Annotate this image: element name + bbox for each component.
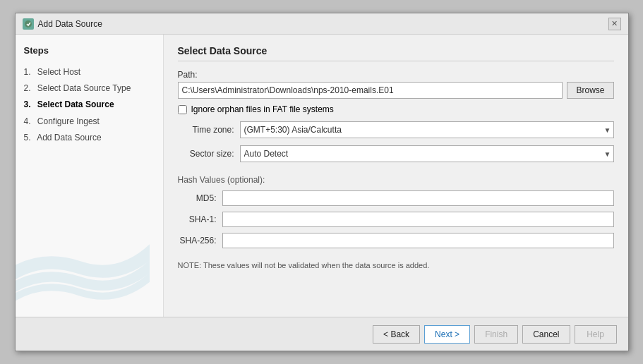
path-input[interactable] [178,82,563,99]
ignore-orphan-checkbox[interactable] [178,105,187,114]
step-2: 2. Select Data Source Type [24,80,155,97]
svg-point-0 [25,20,32,28]
md5-input[interactable] [222,190,614,206]
title-bar-left: Add Data Source [23,18,102,30]
main-content: Select Data Source Path: Browse Ignore o… [164,35,628,317]
sha1-input[interactable] [222,212,614,227]
sector-row: Sector size: Auto Detect ▼ [178,145,614,162]
step-3: 3. Select Data Source [24,97,155,113]
sha256-label: SHA-256: [178,236,217,245]
close-button[interactable]: ✕ [608,18,621,30]
finish-button[interactable]: Finish [474,325,518,344]
path-row: Browse [178,82,614,99]
sidebar: Steps 1. Select Host 2. Select Data Sour… [16,35,164,317]
sector-select[interactable]: Auto Detect [240,145,614,162]
md5-row: MD5: [178,190,614,206]
dialog: Add Data Source ✕ Steps 1. Select Host 2… [15,13,629,351]
sector-label: Sector size: [178,149,234,159]
back-button[interactable]: < Back [373,325,420,344]
timezone-label: Time zone: [178,125,234,135]
step-4: 4. Configure Ingest [24,114,155,130]
sha256-input[interactable] [222,233,614,248]
next-button[interactable]: Next > [424,325,470,344]
sha1-label: SHA-1: [178,214,217,224]
dialog-title: Add Data Source [38,19,102,29]
section-title: Select Data Source [178,45,614,61]
title-bar: Add Data Source ✕ [16,13,628,35]
sector-dropdown-wrapper: Auto Detect ▼ [240,145,614,162]
help-button[interactable]: Help [575,325,617,344]
ignore-orphan-row: Ignore orphan files in FAT file systems [178,104,614,114]
browse-button[interactable]: Browse [567,82,613,99]
footer: < Back Next > Finish Cancel Help [16,317,628,351]
path-label: Path: [178,70,614,80]
steps-list: 1. Select Host 2. Select Data Source Typ… [24,64,155,146]
timezone-row: Time zone: (GMT+5:30) Asia/Calcutta ▼ [178,121,614,138]
ignore-orphan-label: Ignore orphan files in FAT file systems [191,104,334,114]
step-1: 1. Select Host [24,64,155,80]
step-5: 5. Add Data Source [24,130,155,146]
note-text: NOTE: These values will not be validated… [178,261,614,269]
timezone-dropdown-wrapper: (GMT+5:30) Asia/Calcutta ▼ [240,121,614,138]
hash-section-label: Hash Values (optional): [178,175,614,185]
app-icon [23,18,34,30]
sha256-row: SHA-256: [178,233,614,248]
content-area: Steps 1. Select Host 2. Select Data Sour… [16,35,628,317]
hash-section: Hash Values (optional): MD5: SHA-1: SHA-… [178,175,614,254]
sha1-row: SHA-1: [178,212,614,227]
sidebar-heading: Steps [24,45,155,56]
watermark-graphic [16,225,150,310]
md5-label: MD5: [178,193,217,203]
cancel-button[interactable]: Cancel [522,325,570,344]
timezone-select[interactable]: (GMT+5:30) Asia/Calcutta [240,121,614,138]
